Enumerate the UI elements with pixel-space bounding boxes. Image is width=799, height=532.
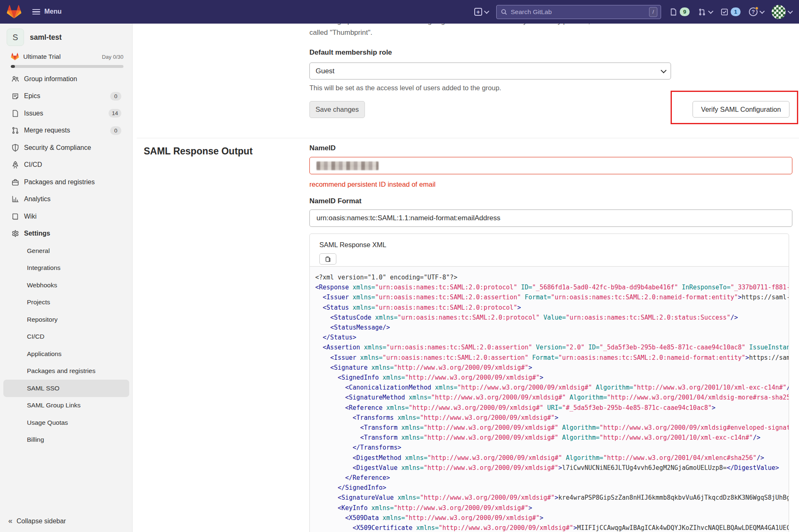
membership-role-label: Default membership role — [309, 48, 392, 57]
xml-code-line: <StatusMessage/> — [315, 323, 787, 332]
sidebar-item-webhooks[interactable]: Webhooks — [3, 277, 129, 294]
xml-code-line: <DigestValue xmlns="http://www.w3.org/20… — [315, 463, 787, 473]
xml-code-line: <SignatureMethod xmlns="http://www.w3.or… — [315, 392, 787, 402]
sidebar-item-applications[interactable]: Applications — [3, 345, 129, 363]
nameid-format-value: urn:oasis:names:tc:SAML:1.1:nameid-forma… — [316, 214, 500, 222]
user-menu-button[interactable] — [772, 5, 792, 19]
issues-count-badge: 9 — [680, 7, 690, 16]
tanuki-icon — [11, 53, 19, 61]
redacted-email-value — [316, 161, 379, 170]
collapse-sidebar-button[interactable]: « Collapse sidebar — [8, 517, 66, 525]
nameid-warning-text: recommend persistent ID instead of email — [309, 181, 435, 188]
merge-request-icon — [698, 8, 706, 16]
nameid-format-label: NameID Format — [309, 197, 362, 205]
issues-dropdown-button[interactable]: 9 — [669, 7, 690, 16]
sidebar-item-analytics[interactable]: Analytics — [0, 191, 133, 208]
top-bar: Menu + Search GitLab / 9 1 — [0, 0, 799, 24]
xml-code-line: <Issuer xmlns="urn:oasis:names:tc:SAML:2… — [315, 292, 787, 302]
merge-requests-icon — [11, 126, 19, 135]
group-name: saml-test — [30, 33, 62, 42]
sidebar-item-ci-cd[interactable]: CI/CD — [0, 156, 133, 174]
xml-code-line: <Transforms xmlns="http://www.w3.org/200… — [315, 413, 787, 423]
help-menu-button[interactable]: ? — [749, 7, 763, 16]
rocket-icon — [11, 161, 19, 169]
chevron-down-icon — [484, 9, 490, 14]
nameid-format-input[interactable]: urn:oasis:names:tc:SAML:1.1:nameid-forma… — [309, 209, 792, 227]
sidebar-item-label: Issues — [24, 110, 109, 117]
xml-code-line: <Transform xmlns="http://www.w3.org/2000… — [315, 423, 787, 433]
xml-code-line: <X509Data xmlns="http://www.w3.org/2000/… — [315, 513, 787, 523]
sidebar-settings-subnav: GeneralIntegrationsWebhooksProjectsRepos… — [0, 242, 133, 448]
trial-widget[interactable]: Ultimate Trial Day 0/30 — [11, 53, 123, 68]
sidebar-item-epics[interactable]: Epics0 — [0, 88, 133, 105]
sidebar-item-security-compliance[interactable]: Security & Compliance — [0, 139, 133, 156]
sidebar-item-ci-cd[interactable]: CI/CD — [3, 328, 129, 346]
membership-role-select[interactable]: Guest — [309, 63, 671, 79]
hamburger-icon — [32, 7, 40, 16]
trial-days-remaining: Day 0/30 — [102, 54, 123, 60]
sidebar-item-projects[interactable]: Projects — [3, 294, 129, 311]
trial-label: Ultimate Trial — [23, 53, 98, 60]
nameid-label: NameID — [309, 144, 336, 152]
sidebar-item-general[interactable]: General — [3, 242, 129, 260]
issues-icon — [11, 109, 19, 118]
sidebar-item-group-information[interactable]: Group information — [0, 70, 133, 88]
count-badge: 0 — [110, 92, 121, 101]
xml-code-line: <Assertion xmlns="urn:oasis:names:tc:SAM… — [315, 342, 787, 352]
todo-check-icon — [720, 8, 729, 16]
sidebar-item-issues[interactable]: Issues14 — [0, 105, 133, 122]
sidebar-item-packages-and-registries[interactable]: Packages and registries — [3, 363, 129, 380]
sidebar-item-settings[interactable]: Settings — [0, 225, 133, 243]
xml-code-area[interactable]: <?xml version="1.0" encoding="UTF-8"?><R… — [310, 266, 789, 532]
xml-code-line: <DigestMethod xmlns="http://www.w3.org/2… — [315, 453, 787, 463]
sidebar-item-label: Wiki — [24, 213, 121, 220]
xml-code-line: <X509Certificate xmlns="http://www.w3.or… — [315, 523, 787, 532]
nameid-input[interactable] — [309, 157, 792, 174]
gitlab-logo-icon[interactable] — [7, 5, 22, 19]
search-input[interactable]: Search GitLab / — [496, 5, 661, 19]
sidebar-item-label: Analytics — [24, 195, 121, 203]
sidebar-item-repository[interactable]: Repository — [3, 311, 129, 328]
sidebar-item-billing[interactable]: Billing — [3, 431, 129, 449]
sidebar-item-label: Packages and registries — [24, 178, 121, 186]
avatar — [772, 5, 786, 19]
menu-button[interactable]: Menu — [32, 7, 62, 16]
new-menu-button[interactable]: + — [474, 8, 488, 16]
chevron-double-left-icon: « — [8, 517, 12, 525]
sidebar-item-integrations[interactable]: Integrations — [3, 260, 129, 277]
chevron-down-icon — [788, 9, 793, 14]
sidebar-item-usage-quotas[interactable]: Usage Quotas — [3, 414, 129, 431]
save-changes-button[interactable]: Save changes — [309, 101, 365, 118]
chevron-down-icon — [708, 9, 714, 14]
sidebar-item-wiki[interactable]: Wiki — [0, 208, 133, 225]
sidebar-item-saml-group-links[interactable]: SAML Group Links — [3, 397, 129, 414]
chevron-down-icon — [661, 67, 666, 73]
search-placeholder: Search GitLab — [511, 8, 646, 16]
xml-code-line: <Issuer xmlns="urn:oasis:names:tc:SAML:2… — [315, 353, 787, 363]
saml-response-xml-panel: SAML Response XML <?xml version="1.0" en… — [309, 234, 789, 532]
copy-button[interactable] — [319, 253, 336, 265]
package-icon — [11, 178, 19, 186]
sidebar-group-context[interactable]: S saml-test — [7, 29, 62, 46]
xml-code-line: <Transform xmlns="http://www.w3.org/2000… — [315, 433, 787, 443]
membership-role-value: Guest — [316, 67, 334, 75]
sidebar-item-merge-requests[interactable]: Merge requests0 — [0, 122, 133, 140]
sidebar-item-saml-sso[interactable]: SAML SSO — [3, 380, 129, 397]
xml-code-line: <CanonicalizationMethod xmlns="http://ww… — [315, 383, 787, 392]
todos-button[interactable]: 1 — [720, 7, 741, 16]
xml-code-line: <Response xmlns="urn:oasis:names:tc:SAML… — [315, 282, 787, 292]
sidebar-item-label: Group information — [24, 75, 121, 83]
trial-progress-bar — [11, 65, 123, 68]
sidebar-item-label: Security & Compliance — [24, 144, 121, 152]
xml-code-line: <SignatureValue xmlns="http://www.w3.org… — [315, 493, 787, 503]
gear-icon — [11, 229, 19, 238]
xml-code-line: <?xml version="1.0" encoding="UTF-8"?> — [315, 272, 787, 282]
merge-requests-dropdown-button[interactable] — [698, 8, 712, 16]
todos-count-badge: 1 — [731, 7, 741, 16]
sidebar-item-packages-and-registries[interactable]: Packages and registries — [0, 173, 133, 191]
search-shortcut-key: / — [649, 7, 657, 17]
collapse-sidebar-label: Collapse sidebar — [17, 518, 66, 525]
chevron-down-icon — [760, 9, 765, 14]
verify-saml-configuration-button[interactable]: Verify SAML Configuration — [693, 101, 789, 118]
xml-code-line: <Status xmlns="urn:oasis:names:tc:SAML:2… — [315, 303, 787, 313]
